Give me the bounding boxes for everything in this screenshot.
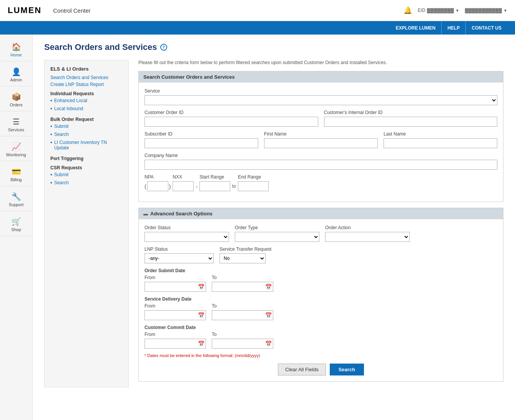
service-delivery-date-from-to: From 📅 To (145, 303, 497, 320)
order-type-label: Order Type (235, 225, 319, 230)
link-bulk-submit[interactable]: Submit (54, 124, 68, 129)
sidebar-item-services[interactable]: ☰ Services (0, 113, 32, 136)
customer-order-id-input[interactable] (145, 117, 318, 127)
eid-value: ▓▓▓▓▓▓▓▓ (427, 8, 454, 13)
npa-group: NPA ( ) (145, 174, 171, 191)
customer-commit-from-wrap: 📅 (145, 339, 206, 349)
eid-selector[interactable]: EID ▓▓▓▓▓▓▓▓ ▼ (418, 8, 459, 13)
service-transfer-select[interactable]: No Yes (219, 253, 266, 263)
li-customer-item[interactable]: LI Customer Inventory TN Update (50, 140, 123, 152)
customer-commit-from-col: From 📅 (145, 332, 206, 349)
service-delivery-to-wrap: 📅 (212, 310, 273, 320)
customer-commit-date-label: Customer Commit Date (145, 325, 497, 330)
order-submit-to-input[interactable] (212, 282, 273, 292)
start-range-input[interactable] (199, 181, 230, 191)
page-title: Search Orders and Services ? (44, 42, 503, 52)
order-submit-date-label: Order Submit Date (145, 268, 497, 273)
bulk-order-title: Bulk Order Request (50, 117, 123, 122)
sidebar-item-label-support: Support (9, 202, 24, 207)
customer-commit-from-input[interactable] (145, 339, 206, 349)
bulk-submit-item[interactable]: Submit (50, 124, 123, 131)
link-csr-submit[interactable]: Submit (54, 172, 68, 177)
monitoring-icon: 📈 (12, 142, 21, 151)
service-delivery-from-col: From 📅 (145, 303, 206, 320)
customer-commit-to-input[interactable] (212, 339, 273, 349)
search-button[interactable]: Search (330, 364, 364, 375)
link-enhanced-local[interactable]: Enhanced Local (54, 98, 87, 103)
customers-internal-order-id-input[interactable] (324, 117, 498, 127)
enhanced-local-item[interactable]: Enhanced Local (50, 98, 123, 105)
end-range-input[interactable] (238, 181, 269, 191)
order-type-select[interactable] (235, 232, 319, 242)
user-chevron-icon: ▼ (503, 8, 507, 13)
npa-input[interactable] (147, 181, 168, 191)
user-selector[interactable]: ▓▓▓▓▓▓▓▓▓▓▓ ▼ (465, 8, 507, 13)
order-submit-from-input[interactable] (145, 282, 206, 292)
search-section-header: Search Customer Orders and Services (139, 71, 503, 83)
collapse-icon[interactable]: ▬ (143, 211, 148, 217)
explore-lumen-link[interactable]: EXPLORE LUMEN (390, 21, 442, 35)
sidebar-item-shop[interactable]: 🛒 Shop (0, 213, 32, 236)
order-action-group: Order Action (325, 225, 410, 242)
service-transfer-label: Service Transfer Request (219, 246, 271, 252)
sidebar-item-label-orders: Orders (10, 103, 23, 107)
order-action-select[interactable] (325, 232, 410, 242)
customers-internal-order-id-group: Customer's Internal Order ID (324, 110, 498, 127)
service-delivery-to-input[interactable] (212, 310, 273, 320)
link-search-orders[interactable]: Search Orders and Services (50, 75, 123, 80)
user-value: ▓▓▓▓▓▓▓▓▓▓▓ (465, 8, 502, 13)
button-row: Clear All Fields Search (145, 364, 497, 375)
service-delivery-from-input[interactable] (145, 310, 206, 320)
customer-commit-to-col: To 📅 (212, 332, 273, 349)
services-icon: ☰ (13, 117, 20, 126)
csr-search-item[interactable]: Search (50, 180, 123, 187)
advanced-section-body: Order Status Order Type (139, 219, 503, 381)
individual-requests-title: Individual Requests (50, 91, 123, 96)
contact-us-link[interactable]: CONTACT US (466, 21, 507, 35)
sidebar-item-label-services: Services (8, 127, 24, 132)
two-col-layout: ELS & LI Orders Search Orders and Servic… (44, 60, 503, 387)
order-status-select[interactable] (145, 232, 229, 242)
notification-bell-icon[interactable]: 🔔 (404, 6, 412, 15)
sidebar-item-support[interactable]: 🔧 Support (0, 188, 32, 211)
company-name-input[interactable] (145, 160, 497, 170)
subscriber-id-input[interactable] (145, 138, 258, 148)
service-select[interactable] (145, 95, 497, 105)
nxx-input[interactable] (173, 181, 194, 191)
csr-submit-item[interactable]: Submit (50, 172, 123, 179)
npa-label: NPA (145, 174, 171, 180)
link-local-inbound[interactable]: Local Inbound (54, 106, 83, 111)
help-link[interactable]: HELP (442, 21, 466, 35)
clear-all-fields-button[interactable]: Clear All Fields (278, 364, 326, 375)
orders-icon: 📦 (12, 92, 21, 101)
first-name-input[interactable] (264, 138, 378, 148)
sidebar-item-monitoring[interactable]: 📈 Monitoring (0, 138, 32, 161)
link-bulk-search[interactable]: Search (54, 132, 69, 137)
customer-order-id-label: Customer Order ID (145, 110, 318, 115)
support-icon: 🔧 (12, 192, 21, 201)
sidebar-nav: 🏠 Home 👤 Admin 📦 Orders ☰ Services 📈 Mon… (0, 35, 33, 420)
sidebar-item-orders[interactable]: 📦 Orders (0, 88, 32, 111)
lnp-status-select[interactable]: -any- (145, 253, 214, 263)
sidebar-item-label-monitoring: Monitoring (6, 152, 26, 157)
sidebar-item-billing[interactable]: 💳 Billing (0, 163, 32, 186)
local-inbound-item[interactable]: Local Inbound (50, 106, 123, 113)
sidebar-item-home[interactable]: 🏠 Home (0, 38, 32, 61)
sidebar-item-label-billing: Billing (10, 177, 22, 182)
last-name-input[interactable] (384, 138, 497, 148)
link-create-lnp[interactable]: Create LNP Status Report (50, 82, 123, 87)
order-submit-to-wrap: 📅 (212, 282, 273, 292)
link-csr-search[interactable]: Search (54, 180, 69, 185)
search-section-body: Service Customer Order ID (139, 83, 503, 202)
nxx-label: NXX (173, 174, 194, 180)
advanced-section-box: ▬ Advanced Search Options Order Status (138, 208, 503, 382)
left-menu-section-title: ELS & LI Orders (50, 66, 123, 72)
help-icon[interactable]: ? (160, 44, 167, 51)
link-li-customer[interactable]: LI Customer Inventory TN Update (54, 140, 123, 150)
logo: LUMEN (8, 5, 42, 15)
admin-icon: 👤 (12, 67, 21, 76)
bulk-search-item[interactable]: Search (50, 132, 123, 139)
sidebar-item-admin[interactable]: 👤 Admin (0, 63, 32, 86)
last-name-label: Last Name (384, 131, 497, 137)
first-name-label: First Name (264, 131, 378, 137)
